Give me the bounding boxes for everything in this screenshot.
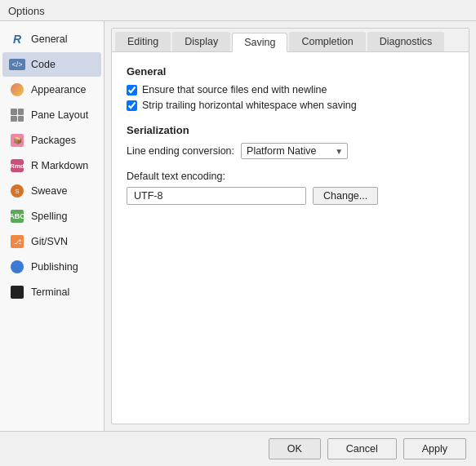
sidebar-label-spelling: Spelling: [31, 211, 67, 222]
sidebar-item-packages[interactable]: 📦 Packages: [2, 128, 101, 153]
tab-editing[interactable]: Editing: [115, 32, 171, 51]
options-dialog: Options R General </> Code Appearanc: [0, 0, 476, 466]
sidebar-label-pane-layout: Pane Layout: [31, 109, 88, 121]
encoding-section: Default text encoding: Change...: [127, 171, 454, 205]
title-bar: Options: [0, 0, 476, 21]
tab-saving[interactable]: Saving: [232, 33, 287, 52]
sidebar-item-appearance[interactable]: Appearance: [2, 78, 101, 102]
line-ending-select[interactable]: Platform Native Windows (CR/LF) Unix (LF…: [241, 143, 348, 159]
bottom-bar: OK Cancel Apply: [0, 431, 476, 466]
checkbox-whitespace[interactable]: [127, 100, 137, 111]
sidebar-item-spelling[interactable]: ABC Spelling: [2, 204, 101, 229]
rmd-icon: Rmd: [9, 158, 25, 174]
checkbox-newline-label: Ensure that source files end with newlin…: [142, 84, 327, 95]
sidebar-label-git-svn: Git/SVN: [31, 236, 68, 247]
sidebar-label-appearance: Appearance: [31, 84, 86, 95]
sidebar-label-sweave: Sweave: [31, 185, 67, 197]
sidebar-label-code: Code: [31, 59, 56, 70]
tab-content-saving: General Ensure that source files end wit…: [112, 52, 469, 424]
checkbox-newline-row: Ensure that source files end with newlin…: [127, 84, 454, 95]
sidebar-label-packages: Packages: [31, 135, 76, 146]
sidebar-label-terminal: Terminal: [31, 286, 69, 298]
appearance-icon: [9, 82, 25, 98]
sidebar-item-terminal[interactable]: Terminal: [2, 280, 101, 304]
sweave-icon: S: [9, 183, 25, 199]
sidebar-item-code[interactable]: </> Code: [2, 52, 101, 77]
spelling-icon: ABC: [9, 208, 25, 224]
tab-diagnostics[interactable]: Diagnostics: [367, 32, 445, 51]
general-section-title: General: [127, 65, 454, 78]
sidebar-item-publishing[interactable]: Publishing: [2, 255, 101, 279]
encoding-row: Change...: [127, 187, 454, 205]
content-area: Editing Display Saving Completion Diagno…: [111, 28, 469, 424]
tab-display[interactable]: Display: [172, 32, 230, 51]
sidebar-item-git-svn[interactable]: ⎇ Git/SVN: [2, 229, 101, 254]
change-encoding-button[interactable]: Change...: [313, 187, 378, 205]
encoding-input[interactable]: [127, 187, 306, 205]
sidebar-item-sweave[interactable]: S Sweave: [2, 179, 101, 203]
git-icon: ⎇: [9, 233, 25, 250]
serialization-section: Serialization Line ending conversion: Pl…: [127, 124, 454, 205]
tab-completion[interactable]: Completion: [289, 32, 365, 51]
cancel-button[interactable]: Cancel: [327, 438, 397, 459]
serialization-section-title: Serialization: [127, 124, 454, 136]
sidebar-item-pane-layout[interactable]: Pane Layout: [2, 103, 101, 127]
encoding-label: Default text encoding:: [127, 171, 454, 182]
checkbox-whitespace-label: Strip trailing horizontal whitespace whe…: [142, 100, 357, 111]
sidebar-label-general: General: [31, 33, 67, 45]
dialog-title: Options: [8, 5, 45, 17]
sidebar-item-general[interactable]: R General: [2, 27, 101, 51]
sidebar-item-rmarkdown[interactable]: Rmd R Markdown: [2, 153, 101, 178]
apply-button[interactable]: Apply: [403, 438, 466, 459]
terminal-icon: [9, 284, 25, 300]
code-icon: </>: [9, 56, 25, 73]
main-area: R General </> Code Appearance: [0, 21, 476, 431]
sidebar-label-rmarkdown: R Markdown: [31, 160, 88, 171]
sidebar-label-publishing: Publishing: [31, 261, 78, 273]
tab-bar: Editing Display Saving Completion Diagno…: [112, 29, 469, 52]
sidebar: R General </> Code Appearance: [0, 21, 105, 431]
packages-icon: 📦: [9, 132, 25, 149]
pane-icon: [9, 107, 25, 123]
line-ending-select-wrapper: Platform Native Windows (CR/LF) Unix (LF…: [241, 143, 348, 159]
checkbox-newline[interactable]: [127, 85, 137, 95]
r-icon: R: [9, 31, 25, 47]
ok-button[interactable]: OK: [269, 438, 321, 459]
line-ending-label: Line ending conversion:: [127, 145, 234, 157]
publishing-icon: [9, 259, 25, 275]
checkbox-whitespace-row: Strip trailing horizontal whitespace whe…: [127, 100, 454, 111]
line-ending-row: Line ending conversion: Platform Native …: [127, 143, 454, 159]
